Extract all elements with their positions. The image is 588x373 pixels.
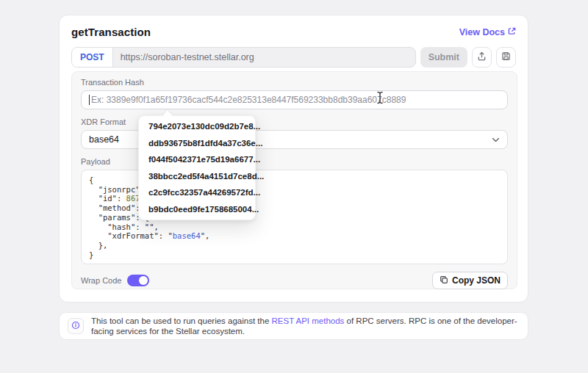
external-link-icon	[508, 27, 516, 37]
input-caret	[89, 95, 90, 105]
payload-code-line: "xdrFormat": "base64",	[89, 231, 500, 241]
save-icon	[501, 51, 511, 64]
transaction-hash-input[interactable]: Ex: 3389e9f0f1a65f19736cacf544c2e825313e…	[81, 90, 508, 109]
save-button[interactable]	[496, 47, 516, 68]
copy-json-button[interactable]: Copy JSON	[432, 272, 508, 289]
info-icon	[71, 319, 80, 333]
page-title: getTransaction	[71, 26, 151, 38]
info-text-before: This tool can be used to run queries aga…	[91, 316, 272, 325]
info-icon-box	[68, 318, 84, 334]
get-transaction-card: getTransaction View Docs POST https://so…	[59, 15, 528, 303]
text-cursor-ibeam	[376, 91, 384, 107]
copy-json-label: Copy JSON	[452, 275, 501, 286]
payload-code-line: "hash": "",	[89, 222, 500, 232]
hash-suggestion-item[interactable]: f044f5042371e75d19a6677...	[139, 151, 255, 168]
toggle-knob	[139, 276, 148, 285]
wrap-code-control: Wrap Code	[81, 275, 149, 286]
copy-icon	[440, 275, 448, 286]
payload-code-line: },	[89, 241, 500, 250]
rest-api-methods-link[interactable]: REST API methods	[272, 316, 345, 325]
card-header: getTransaction View Docs	[60, 15, 528, 47]
hash-suggestion-item[interactable]: 794e2073e130dc09d2b7e8...	[139, 118, 255, 135]
http-method-badge: POST	[72, 48, 113, 67]
endpoint-url[interactable]: https://soroban-testnet.stellar.org	[113, 48, 415, 67]
endpoint-input-group: POST https://soroban-testnet.stellar.org	[71, 47, 416, 68]
transaction-hash-label: Transaction Hash	[81, 78, 508, 87]
info-text: This tool can be used to run queries aga…	[91, 316, 517, 337]
request-bar: POST https://soroban-testnet.stellar.org…	[71, 47, 516, 68]
hash-suggestion-item[interactable]: ddb93675b8f1dfd4a37c36e...	[139, 135, 255, 152]
hash-suggestion-item[interactable]: 38bbcc2ed5f4a4151d7ce8d...	[139, 168, 255, 185]
xdr-format-selected-value: base64	[89, 134, 119, 145]
hash-suggestion-item[interactable]: c2c9fcc32357a44269572fd...	[139, 184, 255, 201]
dropdown-caret-up	[162, 110, 173, 116]
payload-code-line: }	[89, 250, 500, 260]
hash-suggestions-dropdown: 794e2073e130dc09d2b7e8... ddb93675b8f1df…	[138, 115, 256, 220]
wrap-code-toggle[interactable]	[127, 275, 149, 286]
share-upload-icon	[477, 51, 487, 64]
view-docs-link[interactable]: View Docs	[459, 27, 516, 37]
view-docs-label: View Docs	[459, 27, 505, 37]
wrap-code-label: Wrap Code	[81, 276, 121, 285]
chevron-down-icon	[492, 134, 500, 145]
panel-footer: Wrap Code Copy JSON	[81, 272, 508, 289]
submit-button[interactable]: Submit	[420, 47, 467, 68]
hash-suggestion-item[interactable]: b9bdc0eed9fe1758685004...	[139, 201, 255, 218]
transaction-hash-placeholder: Ex: 3389e9f0f1a65f19736cacf544c2e825313e…	[91, 95, 406, 105]
share-button[interactable]	[472, 47, 492, 68]
info-bar: This tool can be used to run queries aga…	[59, 312, 528, 340]
